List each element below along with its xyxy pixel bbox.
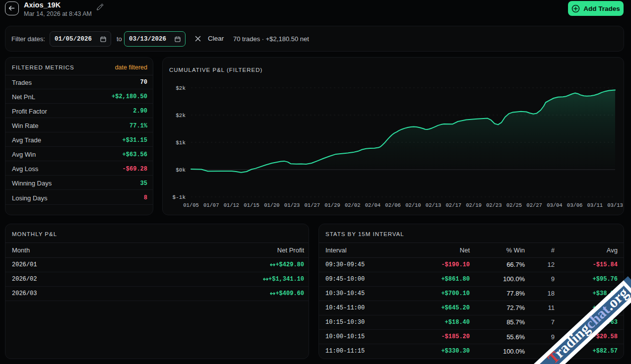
svg-text:Tradingchat.org: Tradingchat.org <box>544 284 631 364</box>
